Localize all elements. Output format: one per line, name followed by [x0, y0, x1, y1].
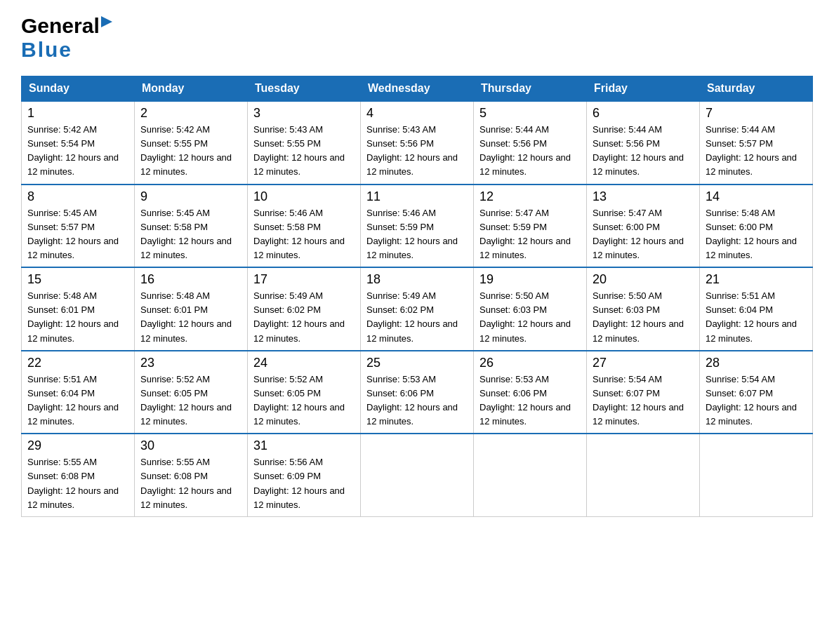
day-number: 16 [140, 272, 241, 287]
calendar-cell: 20Sunrise: 5:50 AMSunset: 6:03 PMDayligh… [587, 267, 700, 351]
day-info: Sunrise: 5:54 AMSunset: 6:07 PMDaylight:… [706, 373, 807, 429]
calendar-cell: 23Sunrise: 5:52 AMSunset: 6:05 PMDayligh… [135, 351, 248, 434]
day-number: 12 [479, 189, 581, 204]
calendar-cell: 29Sunrise: 5:55 AMSunset: 6:08 PMDayligh… [22, 434, 135, 516]
day-info: Sunrise: 5:43 AMSunset: 5:55 PMDaylight:… [253, 123, 355, 180]
day-info: Sunrise: 5:44 AMSunset: 5:56 PMDaylight:… [479, 123, 581, 180]
calendar-cell: 16Sunrise: 5:48 AMSunset: 6:01 PMDayligh… [135, 267, 248, 351]
logo-area: General Blue [21, 14, 112, 62]
calendar-cell: 2Sunrise: 5:42 AMSunset: 5:55 PMDaylight… [135, 101, 248, 185]
day-number: 10 [253, 189, 355, 204]
day-info: Sunrise: 5:53 AMSunset: 6:06 PMDaylight:… [479, 373, 581, 429]
day-number: 3 [253, 106, 355, 121]
day-number: 7 [706, 106, 807, 121]
day-number: 5 [479, 106, 581, 121]
calendar-cell [361, 434, 474, 516]
day-info: Sunrise: 5:47 AMSunset: 6:00 PMDaylight:… [593, 206, 694, 263]
day-number: 14 [706, 189, 807, 204]
day-info: Sunrise: 5:48 AMSunset: 6:00 PMDaylight:… [706, 206, 807, 263]
calendar-header: SundayMondayTuesdayWednesdayThursdayFrid… [22, 76, 813, 102]
calendar-table: SundayMondayTuesdayWednesdayThursdayFrid… [21, 76, 813, 517]
calendar-cell: 3Sunrise: 5:43 AMSunset: 5:55 PMDaylight… [248, 101, 361, 185]
day-info: Sunrise: 5:47 AMSunset: 5:59 PMDaylight:… [479, 206, 581, 263]
calendar-cell [700, 434, 813, 516]
calendar-cell: 28Sunrise: 5:54 AMSunset: 6:07 PMDayligh… [700, 351, 813, 434]
day-number: 4 [366, 106, 468, 121]
day-number: 20 [593, 272, 694, 287]
day-info: Sunrise: 5:44 AMSunset: 5:56 PMDaylight:… [593, 123, 694, 180]
calendar-cell: 4Sunrise: 5:43 AMSunset: 5:56 PMDaylight… [361, 101, 474, 185]
header-cell-saturday: Saturday [700, 76, 813, 102]
week-row-4: 22Sunrise: 5:51 AMSunset: 6:04 PMDayligh… [22, 351, 813, 434]
day-info: Sunrise: 5:45 AMSunset: 5:58 PMDaylight:… [140, 206, 241, 263]
day-number: 18 [366, 272, 468, 287]
day-info: Sunrise: 5:49 AMSunset: 6:02 PMDaylight:… [253, 289, 355, 346]
calendar-cell: 10Sunrise: 5:46 AMSunset: 5:58 PMDayligh… [248, 185, 361, 268]
day-number: 26 [479, 356, 581, 370]
calendar-cell: 13Sunrise: 5:47 AMSunset: 6:00 PMDayligh… [587, 185, 700, 268]
day-info: Sunrise: 5:42 AMSunset: 5:55 PMDaylight:… [140, 123, 241, 180]
calendar-cell: 25Sunrise: 5:53 AMSunset: 6:06 PMDayligh… [361, 351, 474, 434]
day-info: Sunrise: 5:55 AMSunset: 6:08 PMDaylight:… [27, 455, 128, 512]
week-row-2: 8Sunrise: 5:45 AMSunset: 5:57 PMDaylight… [22, 185, 813, 268]
logo-blue-text: Blue [21, 38, 72, 62]
logo-flag-icon [101, 16, 112, 33]
calendar-cell: 22Sunrise: 5:51 AMSunset: 6:04 PMDayligh… [22, 351, 135, 434]
day-info: Sunrise: 5:56 AMSunset: 6:09 PMDaylight:… [253, 455, 355, 512]
day-info: Sunrise: 5:50 AMSunset: 6:03 PMDaylight:… [593, 289, 694, 346]
day-number: 6 [593, 106, 694, 121]
week-row-3: 15Sunrise: 5:48 AMSunset: 6:01 PMDayligh… [22, 267, 813, 351]
day-number: 25 [366, 356, 468, 370]
day-number: 24 [253, 356, 355, 370]
calendar-cell: 26Sunrise: 5:53 AMSunset: 6:06 PMDayligh… [474, 351, 587, 434]
header-cell-wednesday: Wednesday [361, 76, 474, 102]
day-info: Sunrise: 5:43 AMSunset: 5:56 PMDaylight:… [366, 123, 468, 180]
logo-wrapper: General [21, 14, 112, 38]
calendar-cell: 14Sunrise: 5:48 AMSunset: 6:00 PMDayligh… [700, 185, 813, 268]
calendar-cell: 30Sunrise: 5:55 AMSunset: 6:08 PMDayligh… [135, 434, 248, 516]
day-info: Sunrise: 5:55 AMSunset: 6:08 PMDaylight:… [140, 455, 241, 512]
calendar-cell: 21Sunrise: 5:51 AMSunset: 6:04 PMDayligh… [700, 267, 813, 351]
calendar-cell: 9Sunrise: 5:45 AMSunset: 5:58 PMDaylight… [135, 185, 248, 268]
week-row-5: 29Sunrise: 5:55 AMSunset: 6:08 PMDayligh… [22, 434, 813, 516]
day-number: 29 [27, 438, 128, 453]
calendar-cell: 7Sunrise: 5:44 AMSunset: 5:57 PMDaylight… [700, 101, 813, 185]
day-number: 8 [27, 189, 128, 204]
day-info: Sunrise: 5:54 AMSunset: 6:07 PMDaylight:… [593, 373, 694, 429]
calendar-cell: 1Sunrise: 5:42 AMSunset: 5:54 PMDaylight… [22, 101, 135, 185]
day-number: 19 [479, 272, 581, 287]
calendar-cell: 11Sunrise: 5:46 AMSunset: 5:59 PMDayligh… [361, 185, 474, 268]
header-cell-tuesday: Tuesday [248, 76, 361, 102]
day-number: 2 [140, 106, 241, 121]
day-number: 13 [593, 189, 694, 204]
day-number: 30 [140, 438, 241, 453]
day-number: 22 [27, 356, 128, 370]
day-number: 9 [140, 189, 241, 204]
header-cell-friday: Friday [587, 76, 700, 102]
calendar-cell: 12Sunrise: 5:47 AMSunset: 5:59 PMDayligh… [474, 185, 587, 268]
calendar-cell: 18Sunrise: 5:49 AMSunset: 6:02 PMDayligh… [361, 267, 474, 351]
day-info: Sunrise: 5:50 AMSunset: 6:03 PMDaylight:… [479, 289, 581, 346]
calendar-cell [474, 434, 587, 516]
day-number: 1 [27, 106, 128, 121]
week-row-1: 1Sunrise: 5:42 AMSunset: 5:54 PMDaylight… [22, 101, 813, 185]
calendar-cell: 8Sunrise: 5:45 AMSunset: 5:57 PMDaylight… [22, 185, 135, 268]
calendar-cell: 24Sunrise: 5:52 AMSunset: 6:05 PMDayligh… [248, 351, 361, 434]
day-info: Sunrise: 5:52 AMSunset: 6:05 PMDaylight:… [253, 373, 355, 429]
calendar-cell: 6Sunrise: 5:44 AMSunset: 5:56 PMDaylight… [587, 101, 700, 185]
calendar-cell: 31Sunrise: 5:56 AMSunset: 6:09 PMDayligh… [248, 434, 361, 516]
day-info: Sunrise: 5:44 AMSunset: 5:57 PMDaylight:… [706, 123, 807, 180]
day-info: Sunrise: 5:42 AMSunset: 5:54 PMDaylight:… [27, 123, 128, 180]
header-cell-sunday: Sunday [22, 76, 135, 102]
header-cell-monday: Monday [135, 76, 248, 102]
day-number: 11 [366, 189, 468, 204]
svg-marker-0 [101, 16, 112, 27]
calendar-body: 1Sunrise: 5:42 AMSunset: 5:54 PMDaylight… [22, 101, 813, 516]
day-number: 31 [253, 438, 355, 453]
day-info: Sunrise: 5:46 AMSunset: 5:59 PMDaylight:… [366, 206, 468, 263]
day-number: 23 [140, 356, 241, 370]
day-info: Sunrise: 5:45 AMSunset: 5:57 PMDaylight:… [27, 206, 128, 263]
day-number: 28 [706, 356, 807, 370]
day-info: Sunrise: 5:46 AMSunset: 5:58 PMDaylight:… [253, 206, 355, 263]
page-header: General Blue [21, 14, 813, 62]
